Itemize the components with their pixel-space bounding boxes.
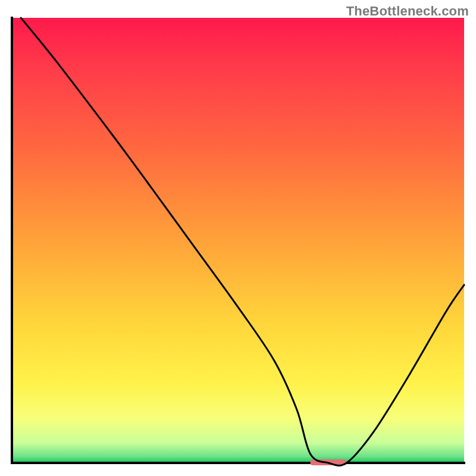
bottleneck-chart	[0, 0, 476, 476]
chart-container: TheBottleneck.com	[0, 0, 476, 476]
watermark-text: TheBottleneck.com	[346, 4, 469, 19]
